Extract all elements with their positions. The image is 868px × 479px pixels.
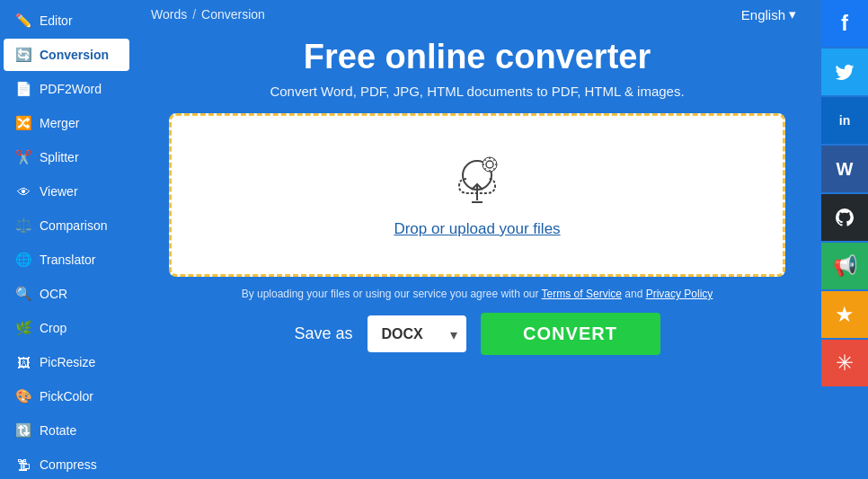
sidebar-item-editor[interactable]: ✏️ Editor	[4, 4, 129, 37]
convert-button[interactable]: CONVERT	[481, 313, 660, 355]
breadcrumb: Words / Conversion	[151, 0, 265, 29]
language-selector[interactable]: English ▾	[741, 6, 803, 22]
facebook-button[interactable]: f	[821, 0, 868, 47]
sidebar-item-pickcolor[interactable]: 🎨 PickColor	[4, 380, 129, 412]
hero-section: Free online converter Convert Word, PDF,…	[151, 29, 803, 113]
picresize-icon: 🖼	[14, 353, 32, 371]
conversion-icon: 🔄	[14, 46, 32, 64]
sidebar-item-conversion[interactable]: 🔄 Conversion	[4, 39, 129, 71]
format-select-wrapper[interactable]: DOCX PDF HTML JPG PNG	[368, 315, 466, 352]
sidebar-item-rotate[interactable]: 🔃 Rotate	[4, 414, 129, 447]
pickcolor-icon: 🎨	[14, 387, 32, 405]
upload-cloud-icon	[448, 152, 506, 209]
breadcrumb-words[interactable]: Words	[151, 7, 187, 22]
main-content: Words / Conversion English ▾ Free online…	[133, 0, 821, 479]
breadcrumb-separator: /	[192, 7, 196, 22]
sidebar-item-comparison[interactable]: ⚖️ Comparison	[4, 209, 129, 242]
privacy-policy-link[interactable]: Privacy Policy	[646, 288, 713, 300]
sidebar-item-pdf2word[interactable]: 📄 PDF2Word	[4, 73, 129, 105]
asterisk-button[interactable]: ✳	[821, 340, 868, 386]
language-chevron-icon: ▾	[789, 6, 796, 22]
word-button[interactable]: W	[821, 146, 868, 192]
sidebar-item-merger[interactable]: 🔀 Merger	[4, 107, 129, 139]
sidebar: ✏️ Editor 🔄 Conversion 📄 PDF2Word 🔀 Merg…	[0, 0, 133, 479]
terms-text: By uploading your files or using our ser…	[151, 288, 803, 300]
sidebar-item-viewer[interactable]: 👁 Viewer	[4, 175, 129, 208]
format-select[interactable]: DOCX PDF HTML JPG PNG	[368, 315, 466, 352]
social-bar: f in W 📢 ★ ✳	[821, 0, 868, 479]
sidebar-item-splitter[interactable]: ✂️ Splitter	[4, 141, 129, 173]
linkedin-button[interactable]: in	[821, 97, 868, 144]
terms-of-service-link[interactable]: Terms of Service	[542, 288, 622, 300]
breadcrumb-conversion[interactable]: Conversion	[201, 7, 265, 22]
github-button[interactable]	[821, 194, 868, 241]
compress-icon: 🗜	[14, 456, 32, 474]
sidebar-item-ocr[interactable]: 🔍 OCR	[4, 278, 129, 310]
crop-icon: 🌿	[14, 319, 32, 337]
editor-icon: ✏️	[14, 12, 32, 30]
twitter-button[interactable]	[821, 49, 868, 95]
upload-link[interactable]: Drop or upload your files	[394, 220, 560, 238]
sidebar-item-picresize[interactable]: 🖼 PicResize	[4, 346, 129, 378]
sidebar-item-compress[interactable]: 🗜 Compress	[4, 448, 129, 479]
translator-icon: 🌐	[14, 251, 32, 269]
hero-subtitle: Convert Word, PDF, JPG, HTML documents t…	[151, 84, 803, 99]
merger-icon: 🔀	[14, 114, 32, 132]
save-as-label: Save as	[294, 324, 352, 343]
convert-row: Save as DOCX PDF HTML JPG PNG CONVERT	[151, 313, 803, 355]
comparison-icon: ⚖️	[14, 217, 32, 235]
page-title: Free online converter	[151, 38, 803, 76]
language-label: English	[741, 7, 785, 22]
sidebar-item-translator[interactable]: 🌐 Translator	[4, 244, 129, 276]
sidebar-item-crop[interactable]: 🌿 Crop	[4, 312, 129, 344]
pdf2word-icon: 📄	[14, 80, 32, 98]
megaphone-button[interactable]: 📢	[821, 243, 868, 289]
rotate-icon: 🔃	[14, 421, 32, 439]
star-button[interactable]: ★	[821, 291, 868, 338]
upload-area[interactable]: Drop or upload your files	[169, 113, 785, 277]
splitter-icon: ✂️	[14, 148, 32, 166]
viewer-icon: 👁	[14, 182, 32, 200]
ocr-icon: 🔍	[14, 285, 32, 303]
